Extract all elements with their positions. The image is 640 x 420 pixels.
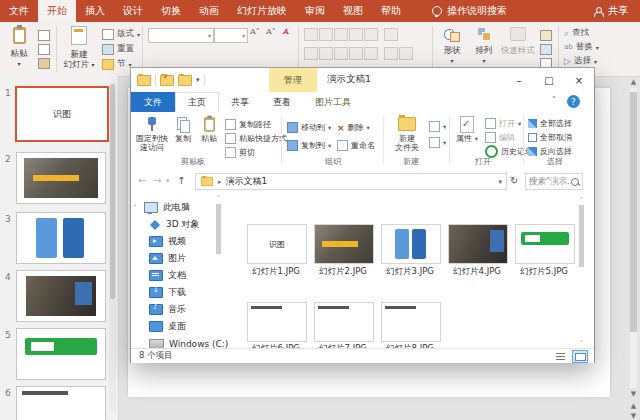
sidebar-item-music[interactable]: 音乐 [131,302,241,317]
ppt-tab-home[interactable]: 开始 [38,0,76,22]
align-left-icon[interactable] [304,47,318,60]
sidebar-item-desktop[interactable]: 桌面 [131,319,241,334]
ppt-tab-design[interactable]: 设计 [114,0,152,22]
minimize-ribbon-icon[interactable]: ˄ [552,96,556,105]
ppt-tab-slideshow[interactable]: 幻灯片放映 [228,0,296,22]
forward-icon[interactable]: → [153,175,161,186]
shapes-button[interactable]: 形状▾ [438,27,466,65]
maximize-button[interactable]: □ [534,68,564,92]
slide-thumbnail-4[interactable] [16,270,106,322]
numbering-icon[interactable] [319,28,333,41]
ppt-tab-insert[interactable]: 插入 [76,0,114,22]
align-center-icon[interactable] [319,47,333,60]
ppt-tab-help[interactable]: 帮助 [372,0,410,22]
copy-button[interactable]: 复制 [171,115,195,143]
indent-decrease-icon[interactable] [334,28,348,41]
move-to-button[interactable]: 移动到▾ [287,121,331,134]
edit-button[interactable]: 编辑 [485,131,515,144]
replace-button[interactable]: ab 替换▾ [564,41,599,53]
convert-smartart-icon[interactable] [399,47,413,60]
address-dropdown-icon[interactable]: ▾ [498,178,502,186]
scroll-up-icon[interactable]: ▲ [628,78,639,86]
select-all-button[interactable]: 全部选择 [528,117,572,130]
align-text-icon[interactable] [384,47,398,60]
paste-button[interactable]: 粘贴▾ [6,27,32,68]
ppt-tab-review[interactable]: 审阅 [296,0,334,22]
ppt-tab-animations[interactable]: 动画 [190,0,228,22]
slide-thumbnail-3[interactable] [16,212,106,264]
qat-dropdown-icon[interactable]: ▾ [196,76,200,84]
slide-panel-scrollbar[interactable] [109,82,116,412]
breadcrumb[interactable]: ▸ 演示文稿1 ▾ [195,173,507,190]
explorer-titlebar[interactable]: ▾ 管理 演示文稿1 – □ × [131,68,594,92]
sidebar-item-pictures[interactable]: 图片 [131,251,241,266]
arrange-button[interactable]: 排列▾ [470,27,498,65]
clear-format-icon[interactable]: A̸ [283,27,289,36]
slide-thumbnail-6[interactable] [16,386,106,420]
ppt-tab-view[interactable]: 视图 [334,0,372,22]
sidebar-item-this-pc[interactable]: ˅ 此电脑 [131,200,223,215]
shape-fill-icon[interactable] [540,30,552,41]
scroll-up-icon[interactable]: ˄ [577,196,586,203]
back-icon[interactable]: ← [138,175,146,186]
previous-slide-icon[interactable]: ▲ [628,402,639,410]
ppt-tab-file[interactable]: 文件 [0,0,38,22]
sidebar-item-documents[interactable]: 文档 [131,268,241,283]
files-scrollbar[interactable]: ˄ ˅ [577,194,586,348]
close-button[interactable]: × [564,68,594,92]
file-label[interactable]: 幻灯片5.JPG [511,266,577,278]
share-button[interactable]: 共享 [582,0,640,22]
select-button[interactable]: ▷ 选择▾ [564,55,597,67]
explorer-tab-picture-tools[interactable]: 图片工具 [303,92,363,112]
properties-button[interactable]: 属性 ▾ [453,115,481,143]
paste-shortcut-button[interactable]: 粘贴快捷方式 [225,132,287,145]
shape-outline-icon[interactable] [540,44,552,55]
text-direction-icon[interactable] [384,28,398,41]
tell-me-search[interactable]: 操作说明搜索 [424,0,515,22]
find-button[interactable]: ⌕ 查找 [564,27,589,39]
up-icon[interactable]: ↑ [177,175,185,186]
explorer-tab-file[interactable]: 文件 [131,92,175,112]
folder-properties-icon[interactable] [160,75,174,86]
scroll-down-icon[interactable]: ˅ [577,339,586,346]
slide-thumbnail-5[interactable] [16,328,106,380]
format-painter-icon[interactable] [38,58,50,69]
file-label[interactable]: 幻灯片1.JPG [243,266,309,278]
refresh-icon[interactable]: ↻ [510,175,518,186]
rename-button[interactable]: 重命名 [337,139,375,152]
layout-button[interactable]: 版式▾ [102,28,140,40]
copy-path-button[interactable]: 复制路径 [225,118,271,131]
quick-styles-button[interactable]: 快速样式 [500,27,536,56]
file-item-slide3[interactable] [381,224,441,264]
help-icon[interactable]: ? [567,95,580,108]
expander-icon[interactable]: ˅ [131,204,139,212]
details-view-icon[interactable] [553,350,569,363]
file-item-slide7[interactable] [314,302,374,342]
paste-button[interactable]: 粘贴 [197,115,221,143]
ppt-vertical-scrollbar[interactable]: ▲ ▼ ▲ ▼ [628,78,639,418]
select-none-button[interactable]: 全部取消 [528,131,572,144]
font-size-dropdown[interactable]: ▾ [214,28,248,43]
minimize-button[interactable]: – [504,68,534,92]
sidebar-item-windows-c[interactable]: Windows (C:) [131,336,241,348]
sidebar-item-downloads[interactable]: 下载 [131,285,241,300]
file-item-slide1[interactable]: 识图 [247,224,307,264]
ppt-tab-transitions[interactable]: 切换 [152,0,190,22]
scroll-down-icon[interactable]: ▼ [628,390,639,398]
navpane-scrollbar[interactable]: ˄ ˅ [214,194,223,348]
justify-icon[interactable] [349,47,363,60]
file-label[interactable]: 幻灯片3.JPG [377,266,443,278]
file-item-slide6[interactable] [247,302,307,342]
next-slide-icon[interactable]: ▼ [628,412,639,420]
line-spacing-icon[interactable] [364,28,378,41]
reset-button[interactable]: 重置 [102,43,134,55]
easy-access-button[interactable]: ▾ [429,136,446,149]
file-item-slide2[interactable] [314,224,374,264]
recent-locations-icon[interactable]: ▾ [166,177,170,185]
scroll-down-icon[interactable]: ˅ [214,341,223,348]
slide-thumbnail-2[interactable] [16,152,106,204]
cut-button[interactable]: 剪切 [225,146,255,159]
explorer-tab-share[interactable]: 共享 [219,92,261,112]
font-name-dropdown[interactable]: ▾ [148,28,214,43]
pin-to-quick-access-button[interactable]: 固定到快速访问 [135,115,169,152]
